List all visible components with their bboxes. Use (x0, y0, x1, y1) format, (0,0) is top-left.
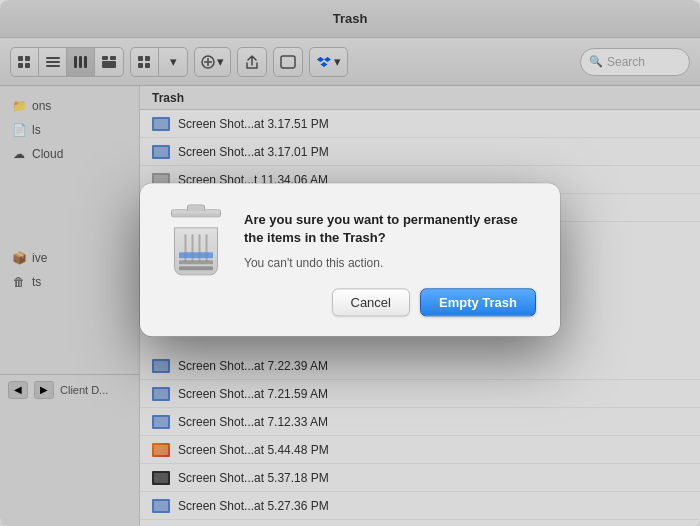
trash-paper-2 (179, 260, 213, 264)
trash-body (174, 227, 218, 275)
empty-trash-dialog: Are you sure you want to permanently era… (140, 183, 560, 336)
dialog-buttons: Cancel Empty Trash (164, 289, 536, 317)
trash-contents (179, 252, 213, 270)
dialog-title: Are you sure you want to permanently era… (244, 211, 536, 247)
trash-paper-1 (179, 252, 213, 258)
finder-window: Trash ▾ ▾ (0, 0, 700, 526)
dialog-body: Are you sure you want to permanently era… (164, 207, 536, 272)
dialog-subtitle: You can't undo this action. (244, 256, 536, 273)
trash-paper-3 (179, 266, 213, 270)
dialog-text-area: Are you sure you want to permanently era… (244, 207, 536, 272)
empty-trash-button[interactable]: Empty Trash (420, 289, 536, 317)
dialog-trash-icon (164, 207, 228, 271)
cancel-button[interactable]: Cancel (332, 289, 410, 317)
trash-lid (171, 209, 221, 217)
